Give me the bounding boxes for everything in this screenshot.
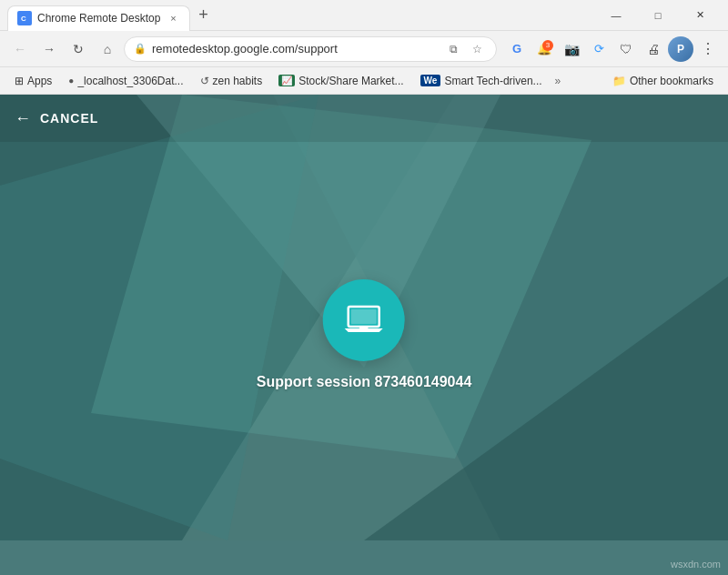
tab-favicon: C [17,11,32,25]
svg-rect-10 [351,309,377,324]
close-button[interactable]: ✕ [679,0,721,31]
bookmark-stock[interactable]: 📈 Stock/Share Market... [271,72,410,90]
smarttech-label: Smart Tech-driven... [444,75,541,87]
tab-close-button[interactable]: × [166,11,180,25]
watermark: wsxdn.com [671,559,721,570]
center-content: Support session 873460149044 [257,279,472,390]
bookmark-zenhabits[interactable]: ↺ zen habits [193,72,270,90]
cancel-back-arrow[interactable]: ← [15,109,31,128]
zenhabits-label: zen habits [213,75,263,87]
cancel-bar: ← CANCEL [0,95,728,142]
other-bookmarks-label: Other bookmarks [630,75,713,87]
tab-title: Chrome Remote Desktop [37,12,160,25]
cancel-button[interactable]: CANCEL [40,111,98,126]
address-bar[interactable]: 🔒 remotedesktop.google.com/support ⧉ ☆ [124,36,497,62]
bookmarks-apps[interactable]: ⊞ Apps [7,72,59,90]
localhost-icon: ● [68,76,74,86]
svg-rect-11 [359,327,369,328]
active-tab[interactable]: C Chrome Remote Desktop × [7,5,190,31]
bookmarks-bar: ⊞ Apps ● _localhost_3306Dat... ↺ zen hab… [0,67,728,95]
address-icons: ⧉ ☆ [443,39,487,59]
tab-strip: C Chrome Remote Desktop × + [7,0,595,30]
back-button[interactable]: ← [7,36,33,62]
star-icon[interactable]: ☆ [467,39,487,59]
open-tab-icon[interactable]: ⧉ [443,39,463,59]
bookmark-localhost[interactable]: ● _localhost_3306Dat... [61,72,190,90]
forward-button[interactable]: → [36,36,62,62]
maximize-button[interactable]: □ [637,0,679,31]
profile-avatar[interactable]: P [668,36,693,62]
laptop-icon-circle [323,279,405,361]
navbar: ← → ↻ ⌂ 🔒 remotedesktop.google.com/suppo… [0,31,728,67]
reload-button[interactable]: ↻ [66,36,91,62]
nav-right-icons: G 🔔 3 📷 ⟳ 🛡 🖨 P ⋮ [504,36,721,62]
printer-icon[interactable]: 🖨 [641,36,666,62]
address-text: remotedesktop.google.com/support [152,42,438,55]
stock-label: Stock/Share Market... [298,75,403,87]
apps-label: Apps [27,75,52,87]
camera-icon[interactable]: 📷 [559,36,584,62]
apps-grid-icon: ⊞ [15,75,24,87]
svg-text:C: C [21,15,26,23]
session-label: Support session 873460149044 [257,374,472,390]
minimize-button[interactable]: — [595,0,637,31]
menu-button[interactable]: ⋮ [695,36,721,62]
localhost-label: _localhost_3306Dat... [77,75,183,87]
shield-icon[interactable]: 🛡 [613,36,639,62]
zenhabits-icon: ↺ [200,75,209,87]
new-tab-button[interactable]: + [190,3,216,28]
folder-icon: 📁 [612,75,626,87]
titlebar: C Chrome Remote Desktop × + — □ ✕ [0,0,728,31]
page-content: ← CANCEL Support session 873460149044 ws… [0,95,728,575]
home-button[interactable]: ⌂ [95,36,120,62]
bookmark-smarttech[interactable]: We Smart Tech-driven... [413,72,550,90]
bookmarks-more[interactable]: » [551,72,565,90]
lock-icon: 🔒 [134,43,147,55]
stock-icon: 📈 [278,75,295,86]
extension1-icon[interactable]: ⟳ [586,36,612,62]
google-icon[interactable]: G [504,36,530,62]
notifications-icon[interactable]: 🔔 3 [531,36,557,62]
other-bookmarks[interactable]: 📁 Other bookmarks [605,72,721,90]
smarttech-icon: We [420,75,441,86]
window-controls: — □ ✕ [595,0,721,31]
